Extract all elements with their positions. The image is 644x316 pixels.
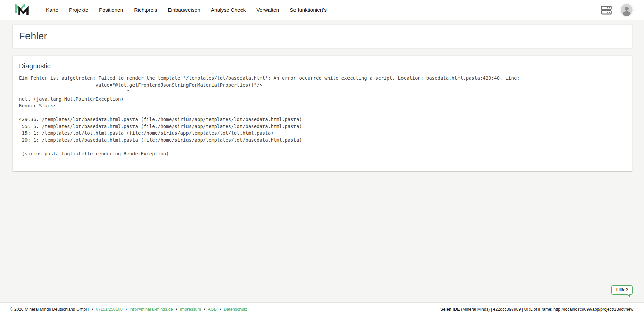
mineral-minds-logo-icon[interactable]	[15, 4, 30, 16]
nav-item-so-funktionierts[interactable]: So funktioniert's	[284, 7, 332, 13]
nav-item-richtpreis[interactable]: Richtpreis	[128, 7, 162, 13]
footer-separator: •	[92, 307, 93, 312]
error-title-card: Fehler	[13, 25, 632, 48]
footer-link-phone[interactable]: 07151/250100	[96, 307, 123, 312]
help-button[interactable]: Hilfe?	[611, 285, 633, 295]
nav-item-analyse-check[interactable]: Analyse Check	[206, 7, 251, 13]
footer-separator: •	[125, 307, 127, 312]
footer-right: Selen IDE (Mineral Minds) | e22dcc397989…	[440, 307, 633, 312]
footer-left: © 2026 Mineral Minds Deutschland GmbH • …	[10, 307, 247, 312]
ide-name: Selen IDE	[440, 307, 460, 312]
footer-separator: •	[219, 307, 221, 312]
help-button-label: Hilfe?	[616, 287, 628, 292]
user-avatar-icon[interactable]	[621, 4, 633, 16]
diagnostic-heading: Diagnostic	[19, 62, 626, 70]
footer: © 2026 Mineral Minds Deutschland GmbH • …	[0, 302, 644, 316]
nav-item-projekte[interactable]: Projekte	[64, 7, 94, 13]
footer-link-datenschutz[interactable]: Datenschutz	[224, 307, 247, 312]
footer-link-agb[interactable]: AGB	[208, 307, 217, 312]
ide-info: (Mineral Minds) | e22dcc397989 | URL of …	[461, 307, 633, 312]
main-content: Fehler Diagnostic Ein Fehler ist aufgetr…	[0, 20, 644, 302]
nav-item-einbauweisen[interactable]: Einbauweisen	[162, 7, 206, 13]
top-navbar: Karte Projekte Positionen Richtpreis Ein…	[0, 0, 644, 20]
nav-item-verwalten[interactable]: Verwalten	[251, 7, 284, 13]
nav-item-positionen[interactable]: Positionen	[94, 7, 128, 13]
error-stacktrace: Ein Fehler ist aufgetreten: Failed to re…	[19, 75, 626, 157]
nav-item-karte[interactable]: Karte	[46, 7, 64, 13]
navbar-right-icons	[601, 4, 633, 16]
page-title: Fehler	[19, 30, 626, 42]
footer-separator: •	[204, 307, 205, 312]
footer-link-email[interactable]: info@mineral-minds.de	[130, 307, 173, 312]
diagnostic-card: Diagnostic Ein Fehler ist aufgetreten: F…	[13, 56, 632, 171]
footer-link-impressum[interactable]: Impressum	[180, 307, 201, 312]
copyright-text: © 2026 Mineral Minds Deutschland GmbH	[10, 307, 89, 312]
footer-separator: •	[176, 307, 177, 312]
main-nav: Karte Projekte Positionen Richtpreis Ein…	[46, 7, 332, 13]
server-icon[interactable]	[601, 6, 612, 15]
